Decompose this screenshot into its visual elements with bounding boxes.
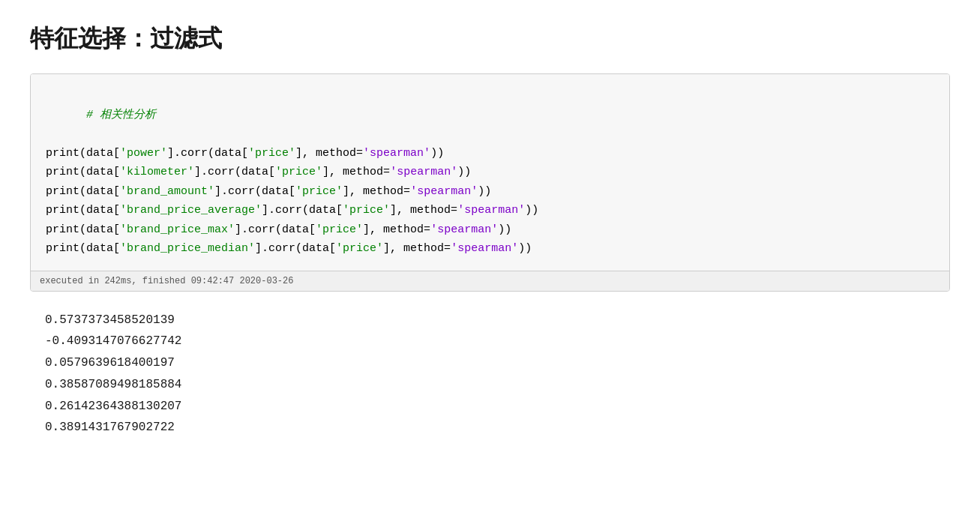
method-spearman-5: 'spearman': [430, 223, 498, 236]
execution-bar: executed in 242ms, finished 09:42:47 202…: [31, 271, 949, 291]
field-power: 'power': [120, 147, 167, 160]
keyword-print-5: print: [46, 223, 79, 236]
field-price-3: 'price': [295, 185, 343, 198]
keyword-print-2: print: [46, 166, 79, 178]
keyword-print-3: print: [46, 185, 79, 198]
field-price-5: 'price': [316, 223, 363, 236]
code-line-1: print(data['power'].corr(data['price'], …: [46, 144, 934, 163]
code-line-5: print(data['brand_price_max'].corr(data[…: [46, 220, 934, 240]
code-line-3: print(data['brand_amount'].corr(data['pr…: [46, 182, 934, 202]
output-line-4: 0.38587089498185884: [45, 374, 935, 396]
output-line-1: 0.5737373458520139: [45, 310, 935, 331]
code-line-6: print(data['brand_price_median'].corr(da…: [46, 239, 934, 259]
output-line-5: 0.26142364388130207: [45, 396, 935, 418]
field-brand-amount: 'brand_amount': [120, 185, 214, 198]
field-price-4: 'price': [343, 204, 390, 217]
method-spearman-4: 'spearman': [457, 204, 525, 217]
code-line-4: print(data['brand_price_average'].corr(d…: [46, 201, 934, 220]
field-brand-price-average: 'brand_price_average': [120, 204, 262, 217]
output-line-2: -0.4093147076627742: [45, 331, 935, 352]
method-spearman-1: 'spearman': [363, 147, 430, 160]
output-line-3: 0.0579639618400197: [45, 352, 935, 374]
code-cell: # 相关性分析 print(data['power'].corr(data['p…: [30, 73, 950, 292]
field-price-1: 'price': [248, 147, 295, 160]
output-block: 0.5737373458520139 -0.4093147076627742 0…: [30, 298, 950, 451]
field-brand-price-max: 'brand_price_max': [120, 223, 235, 236]
method-spearman-6: 'spearman': [451, 242, 518, 255]
comment-text: # 相关性分析: [86, 109, 156, 121]
code-block: # 相关性分析 print(data['power'].corr(data['p…: [31, 74, 949, 271]
output-line-6: 0.3891431767902722: [45, 417, 935, 439]
field-kilometer: 'kilometer': [120, 166, 194, 178]
keyword-print-6: print: [46, 242, 79, 255]
keyword-print-4: print: [46, 204, 79, 217]
method-spearman-2: 'spearman': [390, 166, 457, 178]
field-price-2: 'price': [275, 166, 322, 178]
field-brand-price-median: 'brand_price_median': [120, 242, 255, 255]
field-price-6: 'price': [336, 242, 383, 255]
method-spearman-3: 'spearman': [410, 185, 478, 198]
comment-line: # 相关性分析: [46, 86, 934, 144]
code-line-2: print(data['kilometer'].corr(data['price…: [46, 163, 934, 182]
keyword-print: print: [46, 147, 79, 160]
page-title: 特征选择：过滤式: [30, 22, 950, 55]
